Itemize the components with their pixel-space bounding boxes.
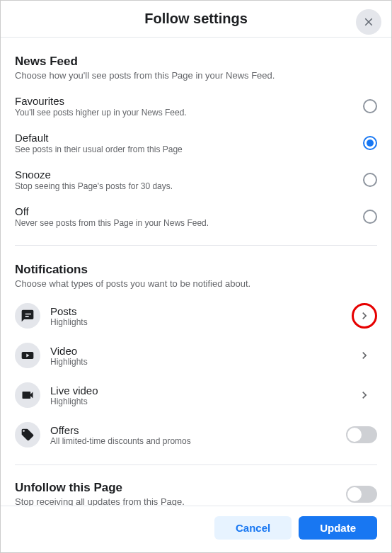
- news-feed-title: News Feed: [15, 55, 377, 69]
- news-feed-subtitle: Choose how you'll see posts from this Pa…: [15, 70, 377, 81]
- notif-title: Offers: [50, 424, 346, 436]
- notification-item-offers[interactable]: Offers All limited-time discounts and pr…: [15, 415, 377, 455]
- unfollow-title: Unfollow this Page: [15, 481, 185, 495]
- chevron-right[interactable]: [352, 343, 377, 368]
- unfollow-toggle[interactable]: [346, 486, 377, 503]
- notif-sub: Highlights: [50, 397, 352, 406]
- notification-item-live-video[interactable]: Live video Highlights: [15, 375, 377, 415]
- notif-sub: All limited-time discounts and promos: [50, 436, 346, 446]
- dialog-footer: Cancel Update: [1, 506, 391, 552]
- notif-sub: Highlights: [50, 357, 352, 367]
- notifications-title: Notifications: [15, 263, 377, 277]
- update-button[interactable]: Update: [299, 516, 377, 540]
- notification-item-video[interactable]: Video Highlights: [15, 336, 377, 375]
- radio-desc: See posts in their usual order from this…: [15, 144, 363, 154]
- radio-option-favourites[interactable]: Favourites You'll see posts higher up in…: [15, 88, 377, 125]
- radio-indicator: [363, 99, 377, 113]
- notif-sub: Highlights: [50, 317, 352, 327]
- radio-dot: [367, 139, 374, 147]
- follow-settings-dialog: Follow settings News Feed Choose how you…: [1, 1, 391, 552]
- chevron-right-icon: [357, 348, 371, 363]
- notif-title: Live video: [50, 384, 352, 397]
- dialog-title: Follow settings: [144, 11, 248, 27]
- radio-title: Snooze: [15, 169, 363, 181]
- radio-option-snooze[interactable]: Snooze Stop seeing this Page's posts for…: [15, 161, 377, 198]
- radio-desc: Never see posts from this Page in your N…: [15, 218, 363, 228]
- news-feed-section: News Feed Choose how you'll see posts fr…: [15, 38, 377, 246]
- close-icon: [362, 16, 375, 28]
- toggle-knob: [347, 487, 362, 501]
- dialog-content: News Feed Choose how you'll see posts fr…: [1, 38, 391, 506]
- notifications-subtitle: Choose what types of posts you want to b…: [15, 278, 377, 289]
- notif-title: Video: [50, 345, 352, 357]
- radio-indicator: [363, 210, 377, 224]
- offers-icon: [15, 422, 40, 447]
- video-icon: [15, 343, 40, 368]
- radio-desc: Stop seeing this Page's posts for 30 day…: [15, 181, 363, 191]
- posts-icon: [15, 303, 40, 329]
- chevron-right[interactable]: [352, 382, 377, 408]
- dialog-header: Follow settings: [1, 1, 391, 38]
- radio-title: Favourites: [15, 95, 363, 107]
- unfollow-subtitle: Stop receiving all updates from this Pag…: [15, 496, 185, 506]
- radio-option-off[interactable]: Off Never see posts from this Page in yo…: [15, 198, 377, 235]
- radio-option-default[interactable]: Default See posts in their usual order f…: [15, 125, 377, 161]
- radio-desc: You'll see posts higher up in your News …: [15, 108, 363, 118]
- radio-indicator: [363, 173, 377, 187]
- cancel-button[interactable]: Cancel: [214, 516, 292, 540]
- radio-indicator-selected: [363, 136, 377, 150]
- chevron-right-icon: [357, 388, 371, 402]
- live-video-icon: [15, 382, 40, 408]
- offers-toggle[interactable]: [346, 426, 377, 443]
- notification-item-posts[interactable]: Posts Highlights: [15, 296, 377, 336]
- close-button[interactable]: [356, 9, 381, 35]
- notifications-section: Notifications Choose what types of posts…: [15, 246, 377, 465]
- toggle-knob: [347, 428, 362, 442]
- chevron-right-highlighted[interactable]: [352, 303, 377, 329]
- radio-title: Off: [15, 205, 363, 217]
- notif-title: Posts: [50, 305, 352, 317]
- radio-title: Default: [15, 132, 363, 144]
- chevron-right-icon: [357, 309, 371, 323]
- unfollow-section: Unfollow this Page Stop receiving all up…: [15, 465, 377, 506]
